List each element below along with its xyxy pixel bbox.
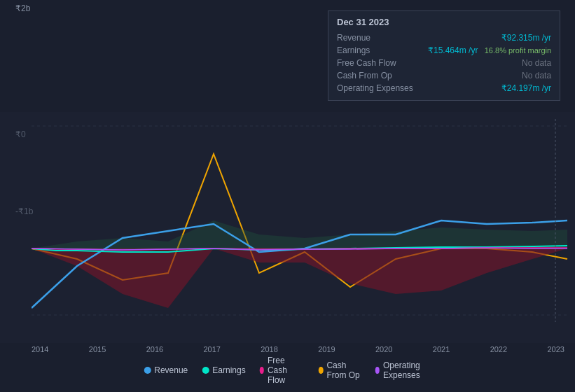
op-expenses-label: Operating Expenses [337,83,428,93]
revenue-row: Revenue ₹92.315m /yr [337,31,551,44]
operating-expenses-legend-label: Operating Expenses [383,360,431,380]
x-label-2020: 2020 [375,345,392,354]
cash-from-op-dot [319,367,323,374]
x-label-2021: 2021 [433,345,450,354]
free-cash-flow-label: Free Cash Flow [337,58,428,68]
earnings-label: Earnings [337,46,428,55]
revenue-dot [144,367,151,374]
legend-cash-from-op[interactable]: Cash From Op [319,360,361,380]
op-expenses-value: ₹24.197m /yr [501,83,551,93]
free-cash-flow-dot [260,367,264,374]
revenue-value: ₹92.315m /yr [501,33,551,43]
x-label-2016: 2016 [146,345,163,354]
earnings-dot [202,367,209,374]
revenue-label: Revenue [337,33,428,43]
x-label-2018: 2018 [261,345,277,354]
x-axis: 2014 2015 2016 2017 2018 2019 2020 2021 … [32,345,564,354]
info-tooltip: Dec 31 2023 Revenue ₹92.315m /yr Earning… [328,10,560,101]
x-label-2023: 2023 [547,345,564,354]
chart-legend: Revenue Earnings Free Cash Flow Cash Fro… [144,356,431,385]
cash-from-op-legend-label: Cash From Op [326,360,361,380]
profit-margin: 16.8% profit margin [485,46,551,55]
legend-earnings[interactable]: Earnings [202,365,245,375]
earnings-value: ₹15.464m /yr 16.8% profit margin [428,46,551,55]
op-expenses-row: Operating Expenses ₹24.197m /yr [337,82,551,94]
cash-from-op-value: No data [522,71,551,80]
x-label-2015: 2015 [89,345,106,354]
operating-expenses-dot [375,367,380,374]
free-cash-flow-legend-label: Free Cash Flow [268,356,305,385]
y-axis-2b: ₹2b [15,4,30,13]
free-cash-flow-row: Free Cash Flow No data [337,57,551,69]
main-chart [0,112,575,343]
earnings-legend-label: Earnings [212,365,245,375]
x-label-2019: 2019 [318,345,335,354]
tooltip-date: Dec 31 2023 [337,17,551,27]
svg-rect-1 [0,112,575,343]
x-label-2022: 2022 [490,345,507,354]
legend-free-cash-flow[interactable]: Free Cash Flow [260,356,305,385]
free-cash-flow-value: No data [522,58,551,68]
x-label-2017: 2017 [203,345,220,354]
cash-from-op-label: Cash From Op [337,71,428,80]
cash-from-op-row: Cash From Op No data [337,69,551,82]
legend-operating-expenses[interactable]: Operating Expenses [375,360,431,380]
legend-revenue[interactable]: Revenue [144,365,188,375]
earnings-row: Earnings ₹15.464m /yr 16.8% profit margi… [337,44,551,57]
revenue-legend-label: Revenue [154,365,188,375]
x-label-2014: 2014 [32,345,48,354]
